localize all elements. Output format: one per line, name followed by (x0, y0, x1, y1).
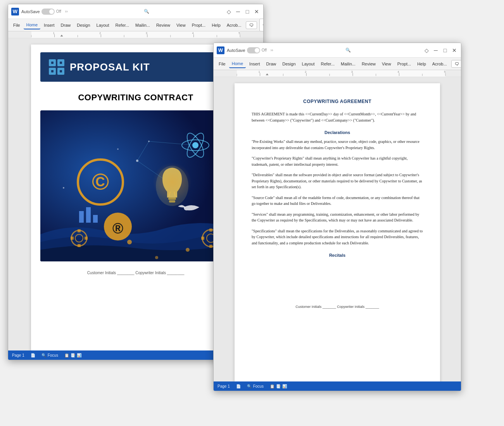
svg-rect-26 (60, 70, 62, 72)
svg-rect-43 (86, 207, 91, 223)
search-icon-back: 🔍 (144, 9, 149, 14)
ribbon-tab-file-front[interactable]: File (216, 60, 228, 68)
word-count-icon-front: 📄 (236, 384, 241, 388)
ribbon-tab-view-back[interactable]: View (174, 21, 188, 29)
view-icon-3-back[interactable]: 📊 (77, 353, 81, 357)
view-icon-1-back[interactable]: 📋 (64, 353, 69, 357)
close-btn-front[interactable]: ✕ (451, 47, 458, 54)
svg-text:®: ® (112, 220, 123, 237)
ribbon-tab-prop-back[interactable]: Propt... (189, 21, 208, 29)
svg-rect-55 (201, 237, 204, 240)
status-bar-front: Page 1 📄 🔍 Focus 📋 📑 📊 (214, 381, 461, 391)
title-bar-back: W AutoSave Off ›› 🔍 ◇ ─ □ ✕ (8, 4, 263, 19)
search-area-front[interactable]: 🔍 (345, 48, 351, 53)
ribbon-tab-insert-back[interactable]: Insert (41, 21, 57, 29)
view-modes-back: 📋 📑 📊 (64, 353, 81, 357)
ribbon-front: File Home Insert Draw Design Layout Refe… (214, 58, 461, 70)
view-icon-2-back[interactable]: 📑 (71, 353, 75, 357)
toggle-state-front: Off (262, 48, 267, 52)
minimize-btn-front[interactable]: ─ (432, 47, 439, 54)
autosave-toggle-front[interactable] (247, 47, 260, 53)
svg-point-60 (117, 148, 119, 150)
title-chevron-back: ›› (65, 9, 68, 14)
close-btn-back[interactable]: ✕ (253, 8, 260, 15)
ribbon-tab-ref-front[interactable]: Refer... (318, 60, 337, 68)
view-icon-3-front[interactable]: 📊 (282, 384, 287, 388)
pencil-icon-back: ✏ (263, 22, 264, 27)
ribbon-tab-layout-back[interactable]: Layout (94, 21, 112, 29)
para-services: "Services" shall mean any programming, t… (252, 211, 423, 223)
word-icon-front: W (217, 46, 224, 54)
ribbon-tab-review-front[interactable]: Review (359, 60, 378, 68)
svg-text:3: 3 (146, 32, 147, 34)
ribbon-tab-design-front[interactable]: Design (280, 60, 298, 68)
comment-btn-front[interactable]: 🗨 (451, 60, 461, 68)
page-content: COPYWRITING AGREEMENT THIS AGREEMENT is … (235, 83, 440, 320)
window-controls-front: ◇ ─ □ ✕ (423, 47, 458, 54)
para-deliverables: "Deliverables" shall mean the software p… (252, 172, 423, 190)
ribbon-tab-layout-front[interactable]: Layout (299, 60, 318, 68)
page-label-back: Page 1 (12, 353, 24, 357)
svg-text:©: © (92, 169, 109, 195)
svg-rect-47 (78, 229, 81, 232)
ribbon-tab-design-back[interactable]: Design (74, 21, 93, 29)
word-count-icon-back: 📄 (31, 353, 35, 357)
maximize-btn-front[interactable]: □ (442, 47, 449, 54)
intro-paragraph: THIS AGREEMENT is made this <<CurrentDay… (252, 111, 423, 123)
cover-illustration: © ® (40, 110, 231, 261)
svg-text:1: 1 (259, 70, 260, 73)
ribbon-tab-acro-front[interactable]: Acrob... (430, 60, 450, 68)
focus-icon-front: 🔍 (247, 384, 252, 388)
search-icon-front: 🔍 (345, 48, 351, 53)
autosave-label-back: AutoSave (21, 9, 40, 14)
svg-rect-84 (214, 70, 237, 77)
svg-rect-44 (93, 215, 98, 223)
search-area-back[interactable]: 🔍 (144, 9, 149, 14)
ribbon-tab-prop-front[interactable]: Propt... (395, 60, 414, 68)
svg-rect-42 (79, 211, 84, 223)
diamond-icon-back: ◇ (225, 8, 232, 15)
doc-area-front: COPYWRITING AGREEMENT THIS AGREEMENT is … (214, 77, 461, 381)
declarations-heading: Declarations (252, 130, 423, 135)
autosave-toggle-back[interactable] (41, 9, 55, 15)
ribbon-tab-insert-front[interactable]: Insert (247, 60, 263, 68)
ribbon-tab-file-back[interactable]: File (10, 21, 23, 29)
ribbon-tab-home-back[interactable]: Home (24, 21, 40, 29)
view-icon-1-front[interactable]: 📋 (270, 384, 274, 388)
ribbon-tab-help-front[interactable]: Help (414, 60, 429, 68)
agreement-title: COPYWRITING AGREEMENT (252, 99, 423, 104)
svg-rect-68 (214, 70, 461, 77)
minimize-btn-back[interactable]: ─ (235, 8, 242, 15)
brand-title: Proposal Kit (70, 61, 150, 73)
ribbon-tab-draw-back[interactable]: Draw (58, 21, 74, 29)
editing-btn-back[interactable]: ✏ ✏ Editing › (259, 19, 264, 31)
word-window-front: W AutoSave Off ›› 🔍 ◇ ─ □ ✕ File Home In… (213, 43, 461, 391)
view-icon-2-front[interactable]: 📑 (276, 384, 281, 388)
svg-rect-54 (209, 245, 212, 248)
svg-text:4: 4 (398, 70, 399, 73)
ribbon-tab-mail-front[interactable]: Mailin... (338, 60, 358, 68)
ruler-back: 1 2 3 4 5 (8, 31, 263, 38)
ribbon-tab-draw-front[interactable]: Draw (264, 60, 279, 68)
cover-main-title: COPYWRITING CONTRACT (40, 93, 231, 103)
ribbon-tab-home-front[interactable]: Home (229, 60, 246, 68)
cover-page: Proposal Kit COPYWRITING CONTRACT (31, 45, 240, 350)
maximize-btn-back[interactable]: □ (244, 8, 251, 15)
ribbon-tab-help-back[interactable]: Help (209, 21, 223, 29)
focus-front[interactable]: 🔍 Focus (247, 384, 264, 388)
ribbon-tab-mail-back[interactable]: Mailin... (133, 21, 153, 29)
comment-btn-back[interactable]: 🗨 (246, 21, 257, 29)
focus-back[interactable]: 🔍 Focus (41, 353, 58, 357)
svg-rect-17 (240, 31, 263, 38)
ribbon-tab-review-back[interactable]: Review (154, 21, 173, 29)
svg-text:2: 2 (99, 32, 101, 34)
ribbon-tab-acro-back[interactable]: Acrob... (224, 21, 244, 29)
proposal-kit-logo (48, 58, 65, 76)
svg-rect-50 (85, 237, 88, 240)
focus-icon-back: 🔍 (41, 353, 46, 357)
ribbon-tab-view-front[interactable]: View (379, 60, 394, 68)
autosave-back: AutoSave Off (21, 9, 61, 15)
para-pre-existing: "Pre-Existing Works" shall mean any meth… (252, 139, 423, 151)
ribbon-tab-ref-back[interactable]: Refer... (113, 21, 132, 29)
svg-rect-49 (71, 237, 74, 240)
